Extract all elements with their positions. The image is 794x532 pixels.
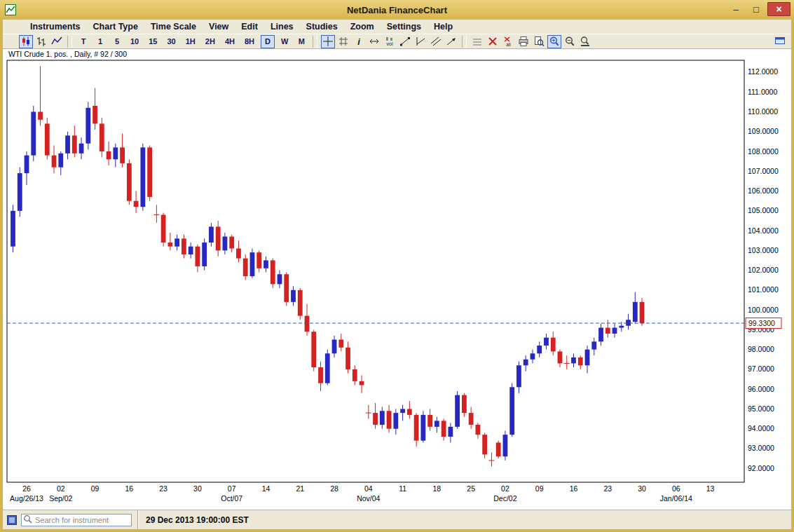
timeframe-10min[interactable]: 10: [127, 35, 142, 48]
text-tool-button[interactable]: T: [76, 35, 90, 48]
toolbar-separator: [67, 36, 72, 48]
x-axis-label: 09: [535, 484, 544, 493]
instrument-list-icon[interactable]: [7, 515, 17, 525]
crosshair-button[interactable]: [321, 35, 335, 48]
delete-line-button[interactable]: [486, 35, 500, 48]
y-axis-label: 111.0000: [748, 88, 777, 96]
x-axis-label: 26: [22, 484, 31, 493]
candle: [311, 329, 316, 371]
ohlc-chart-button[interactable]: [34, 35, 48, 48]
timeframe-4h[interactable]: 4H: [221, 35, 238, 48]
candle: [250, 248, 255, 278]
crosshair-icon: [322, 36, 334, 47]
chart-area[interactable]: WTI Crude 1. pos. , Daily, # 92 / 300112…: [3, 49, 791, 510]
menu-view[interactable]: View: [203, 22, 235, 32]
close-button[interactable]: ×: [767, 2, 790, 16]
timeframe-daily[interactable]: D: [261, 35, 275, 48]
menu-chart-type[interactable]: Chart Type: [87, 22, 144, 32]
minimize-button[interactable]: –: [727, 2, 745, 16]
candle: [202, 238, 207, 270]
title-bar: NetDania FinanceChart – □ ×: [0, 0, 794, 20]
menu-time-scale[interactable]: Time Scale: [144, 22, 203, 32]
candle: [140, 144, 145, 211]
arrow-line-button[interactable]: [444, 35, 458, 48]
zoomout-icon: [564, 36, 575, 47]
maximize-button[interactable]: □: [747, 2, 765, 16]
menu-studies[interactable]: Studies: [300, 22, 344, 32]
window-title: NetDania FinanceChart: [0, 5, 794, 15]
y-axis-label: 100.0000: [748, 306, 779, 314]
print-preview-button[interactable]: [532, 35, 546, 48]
menu-bar: InstrumentsChart TypeTime ScaleViewEditL…: [3, 20, 791, 34]
info-icon: i: [353, 36, 364, 47]
x-axis-month-label: Oct/07: [221, 494, 242, 503]
parallel-trend-button[interactable]: [429, 35, 443, 48]
timeframe-1h[interactable]: 1H: [182, 35, 199, 48]
linechart-icon: [51, 36, 62, 47]
timeframe-15min[interactable]: 15: [145, 35, 160, 48]
y-axis-label: 105.0000: [748, 206, 779, 214]
x-axis-label: 16: [570, 484, 578, 493]
zoom-out-button[interactable]: [563, 35, 577, 48]
price-chart[interactable]: WTI Crude 1. pos. , Daily, # 92 / 300112…: [3, 49, 791, 510]
x-axis-label: 06: [672, 484, 680, 493]
delete-all-lines-button[interactable]: all: [501, 35, 515, 48]
svg-text:all: all: [507, 42, 512, 47]
candle: [455, 391, 460, 429]
timeframe-2h[interactable]: 2H: [202, 35, 219, 48]
zoom-in-button[interactable]: [547, 35, 561, 48]
menu-edit[interactable]: Edit: [235, 22, 264, 32]
timeframe-5min[interactable]: 5: [110, 35, 124, 48]
lines-list-button[interactable]: [470, 35, 484, 48]
info-button[interactable]: i: [352, 35, 366, 48]
new-chart-panel-button[interactable]: [773, 34, 787, 47]
trend-line-button[interactable]: [398, 35, 412, 48]
x-axis-label: 21: [296, 484, 304, 493]
candle: [18, 168, 22, 217]
timeframe-8h[interactable]: 8H: [241, 35, 258, 48]
vertical-line-button[interactable]: [413, 35, 427, 48]
x-axis-label: 25: [467, 484, 475, 493]
print-button[interactable]: [516, 35, 531, 48]
timeframe-1min[interactable]: 1: [93, 35, 107, 48]
volume-button[interactable]: vol: [383, 35, 397, 48]
y-axis-label: 94.0000: [748, 424, 774, 432]
zoom-interval-button[interactable]: [578, 35, 592, 48]
candles-icon: [20, 36, 32, 47]
timeframe-weekly[interactable]: W: [278, 35, 292, 48]
candlestick-chart-button[interactable]: [19, 35, 33, 48]
y-axis-label: 109.0000: [748, 127, 779, 135]
candle: [284, 272, 289, 306]
menu-zoom[interactable]: Zoom: [344, 22, 381, 32]
print-icon: [518, 36, 529, 47]
menu-settings[interactable]: Settings: [381, 22, 427, 32]
timeframe-monthly[interactable]: M: [294, 35, 308, 48]
timeframe-30min[interactable]: 30: [164, 35, 179, 48]
x-axis-label: 23: [603, 484, 612, 493]
toolbar-separator: [313, 36, 317, 48]
y-axis-label: 97.0000: [748, 364, 774, 373]
parallel-icon: [472, 36, 483, 47]
menu-lines[interactable]: Lines: [264, 22, 300, 32]
app-window: NetDania FinanceChart – □ × InstrumentsC…: [0, 0, 794, 532]
menu-help[interactable]: Help: [427, 22, 459, 32]
menu-instruments[interactable]: Instruments: [24, 22, 87, 32]
status-bar: 29 Dec 2013 19:00:00 EST: [3, 510, 791, 529]
y-axis-label: 107.0000: [748, 167, 779, 175]
x-axis-month-label: Dec/02: [493, 494, 516, 503]
svg-text:i: i: [358, 36, 361, 47]
timestamp: 29 Dec 2013 19:00:00 EST: [146, 515, 249, 525]
candle: [45, 118, 50, 159]
grid-button[interactable]: [336, 35, 350, 48]
x-axis-label: 09: [91, 484, 100, 493]
harrow-icon: [369, 36, 380, 47]
y-axis-label: 110.0000: [748, 107, 778, 116]
search-icon: [23, 514, 33, 524]
search-input[interactable]: [21, 514, 132, 526]
volume-icon: vol: [384, 36, 395, 47]
line-chart-button[interactable]: [50, 35, 64, 48]
y-axis-label: 102.0000: [748, 266, 779, 274]
y-axis-label: 93.0000: [748, 444, 774, 452]
toolbar: T151015301H2H4H8HDWMivolall: [3, 34, 791, 49]
expand-scale-button[interactable]: [367, 35, 381, 48]
